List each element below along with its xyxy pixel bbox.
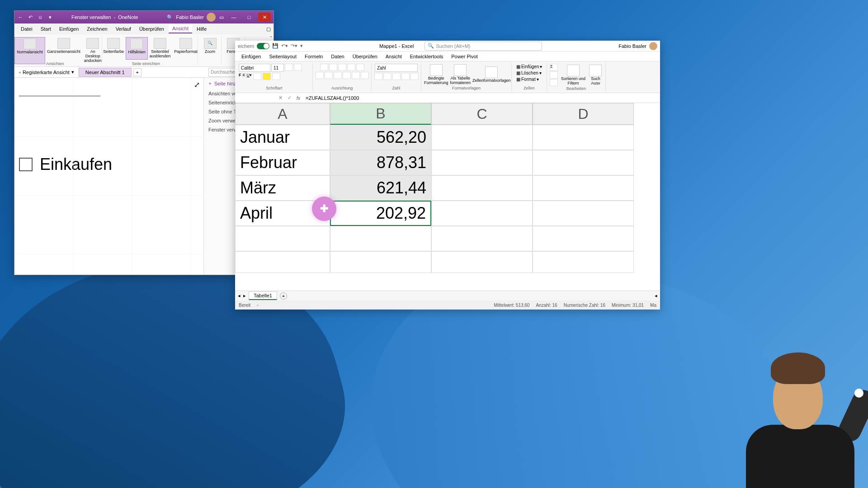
cell[interactable]: 878,31 <box>330 150 431 175</box>
format-button[interactable]: ▦ Format ▾ <box>514 76 541 82</box>
tab-zeichnen[interactable]: Zeichnen <box>83 25 111 33</box>
fill-color-button[interactable] <box>263 73 271 80</box>
avatar[interactable] <box>649 42 657 50</box>
tab-hilfe[interactable]: Hilfe <box>193 25 210 33</box>
save-icon[interactable]: 💾 <box>272 43 278 49</box>
cell[interactable] <box>431 226 533 251</box>
align-middle-button[interactable] <box>329 64 337 71</box>
cell[interactable] <box>235 251 330 273</box>
cell[interactable]: 562,20 <box>330 125 431 150</box>
spreadsheet-grid[interactable]: A B C D Januar 562,20 Februar 878,31 Mär… <box>235 103 660 291</box>
cancel-formula-button[interactable]: ✕ <box>276 95 285 101</box>
dropdown-icon[interactable]: ▾ <box>47 14 53 20</box>
merge-button[interactable] <box>361 72 369 79</box>
col-header-d[interactable]: D <box>533 103 634 125</box>
cell[interactable] <box>431 125 533 150</box>
accessibility-icon[interactable]: ▫ <box>257 303 259 308</box>
cell[interactable] <box>533 175 634 201</box>
tab-entwicklertools[interactable]: Entwicklertools <box>406 53 447 60</box>
redo-icon[interactable]: ☺ <box>37 14 43 20</box>
suchen-button[interactable]: Such Ausv <box>589 65 603 86</box>
border-button[interactable] <box>253 73 261 80</box>
cell[interactable] <box>235 226 330 251</box>
tab-daten[interactable]: Daten <box>327 53 348 60</box>
cell[interactable] <box>533 251 634 273</box>
decrease-indent-button[interactable] <box>343 72 351 79</box>
align-center-button[interactable] <box>325 72 333 79</box>
undo-icon[interactable]: ↶▾ <box>281 43 288 49</box>
increase-indent-button[interactable] <box>352 72 360 79</box>
align-bottom-button[interactable] <box>338 64 346 71</box>
expand-icon[interactable]: ⤢ <box>194 80 200 89</box>
zoom-button[interactable]: 🔍Zoom <box>202 37 218 55</box>
hscroll-left-button[interactable]: ◂ <box>655 293 657 299</box>
undo-icon[interactable]: ↶ <box>27 14 33 20</box>
tab-seitenlayout[interactable]: Seitenlayout <box>265 53 300 60</box>
decrease-decimal-button[interactable] <box>410 73 419 80</box>
cell[interactable] <box>330 251 431 273</box>
font-size-dropdown[interactable]: 11 <box>271 64 284 72</box>
close-button[interactable]: ✕ <box>258 13 271 22</box>
tab-formeln[interactable]: Formeln <box>301 53 326 60</box>
font-name-dropdown[interactable]: Calibri <box>239 64 270 72</box>
section-tab[interactable]: Neuer Abschnitt 1 <box>79 68 132 77</box>
autosum-button[interactable]: Σ <box>550 64 558 71</box>
wrap-text-button[interactable] <box>356 64 364 71</box>
papierformat-button[interactable]: Papierformat <box>172 37 199 60</box>
tab-start[interactable]: Start <box>37 25 55 33</box>
tab-datei[interactable]: Datei <box>17 25 36 33</box>
tab-ueberpruefen[interactable]: Überprüfen <box>349 53 381 60</box>
italic-button[interactable]: K <box>243 73 245 80</box>
cell[interactable]: März <box>235 175 330 201</box>
align-right-button[interactable] <box>334 72 342 79</box>
ribbon-mode-icon[interactable]: ▭ <box>218 14 225 20</box>
increase-decimal-button[interactable] <box>401 73 410 80</box>
cell[interactable] <box>533 226 634 251</box>
seitenfarbe-button[interactable]: Seitenfarbe <box>101 37 126 60</box>
onenote-canvas[interactable]: ⤢ Einkaufen <box>14 78 203 275</box>
cell[interactable] <box>330 226 431 251</box>
add-section-button[interactable]: + <box>133 68 142 76</box>
maximize-button[interactable]: □ <box>243 13 255 22</box>
thousands-button[interactable] <box>392 73 401 80</box>
redo-icon[interactable]: ↷▾ <box>291 43 297 49</box>
fill-button[interactable] <box>550 71 558 79</box>
col-header-c[interactable]: C <box>431 103 533 125</box>
col-header-b[interactable]: B <box>330 103 431 125</box>
ganzseitenansicht-button[interactable]: Ganzseitenansicht <box>45 37 82 64</box>
cell[interactable]: 621,44 <box>330 175 431 201</box>
back-icon[interactable]: ← <box>17 14 24 20</box>
cell[interactable] <box>533 150 634 175</box>
cell[interactable] <box>431 150 533 175</box>
prev-sheet-button[interactable]: ◂ <box>238 293 241 299</box>
enter-formula-button[interactable]: ✓ <box>285 95 294 101</box>
tab-einfuegen[interactable]: Einfügen <box>238 53 264 60</box>
andocken-button[interactable]: An Desktop andocken <box>82 37 104 64</box>
increase-font-button[interactable] <box>285 64 293 71</box>
number-format-dropdown[interactable]: Zahl <box>375 64 418 72</box>
tab-powerpivot[interactable]: Power Pivot <box>448 53 481 60</box>
currency-button[interactable] <box>374 73 382 80</box>
align-left-button[interactable] <box>316 72 324 79</box>
loeschen-button[interactable]: ▦ Löschen ▾ <box>514 70 543 76</box>
bold-button[interactable]: F <box>239 73 241 80</box>
decrease-font-button[interactable] <box>294 64 302 71</box>
einfuegen-button[interactable]: ▦ Einfügen ▾ <box>514 64 544 70</box>
bedingte-formatierung-button[interactable]: Bedingte Formatierung <box>424 64 448 85</box>
seitentitel-button[interactable]: Seitentitel ausblenden <box>148 37 173 60</box>
align-top-button[interactable] <box>320 64 328 71</box>
tab-ansicht[interactable]: Ansicht <box>169 24 192 33</box>
clear-button[interactable] <box>550 79 558 86</box>
tab-einfuegen[interactable]: Einfügen <box>56 25 82 33</box>
notebook-dropdown[interactable]: ▫ Registerkarte Ansicht ▾ <box>14 68 79 76</box>
als-tabelle-button[interactable]: Als Tabelle formatieren <box>450 64 471 85</box>
cell[interactable] <box>533 201 634 226</box>
formula-input[interactable]: =ZUFALLSZAHL()*1000 <box>303 95 660 101</box>
font-color-button[interactable] <box>272 73 280 80</box>
active-cell[interactable]: 202,92 <box>330 201 431 226</box>
avatar[interactable] <box>207 13 216 22</box>
cell[interactable] <box>533 125 634 150</box>
cell[interactable] <box>431 251 533 273</box>
underline-button[interactable]: U▾ <box>247 73 252 80</box>
todo-checkbox[interactable] <box>19 158 33 171</box>
